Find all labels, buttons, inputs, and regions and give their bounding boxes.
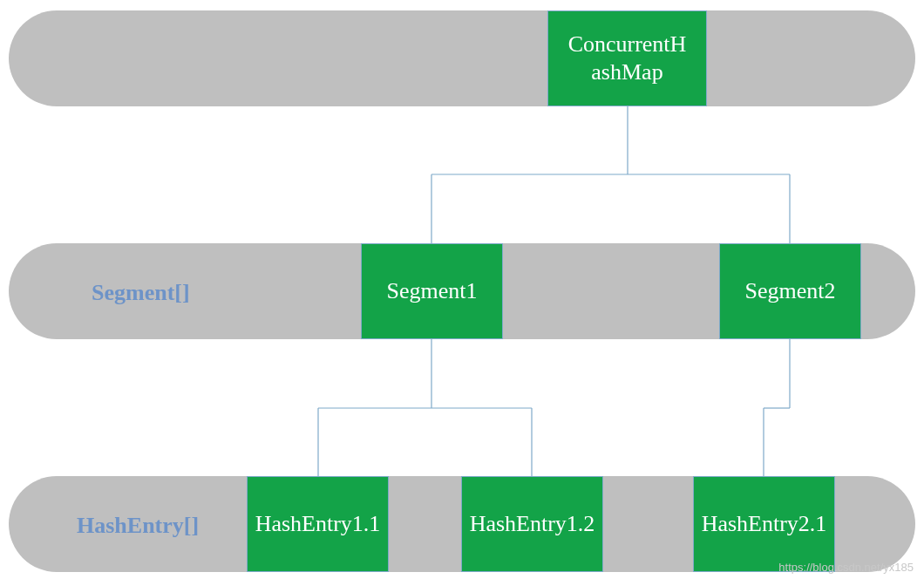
hashentry21-text: HashEntry2.1 [702, 510, 827, 539]
top-title-line2: ashMap [591, 59, 662, 85]
hashentry11-text: HashEntry1.1 [255, 510, 381, 539]
box-segment1: Segment1 [361, 243, 503, 339]
segment1-text: Segment1 [387, 277, 478, 306]
top-title-line1: ConcurrentH [568, 31, 687, 57]
box-concurrenthashmap: ConcurrentH ashMap [547, 10, 707, 106]
row-bar-top [9, 10, 915, 106]
label-segment-array: Segment[] [92, 280, 190, 306]
box-hashentry-2-1: HashEntry2.1 [693, 476, 835, 572]
segment2-text: Segment2 [745, 277, 836, 306]
box-hashentry-1-2: HashEntry1.2 [461, 476, 603, 572]
box-segment2: Segment2 [719, 243, 861, 339]
hashentry12-text: HashEntry1.2 [470, 510, 595, 539]
label-hashentry-array: HashEntry[] [77, 513, 199, 539]
box-hashentry-1-1: HashEntry1.1 [247, 476, 389, 572]
watermark-text: https://blog.csdn.net/yx185 [778, 561, 914, 574]
